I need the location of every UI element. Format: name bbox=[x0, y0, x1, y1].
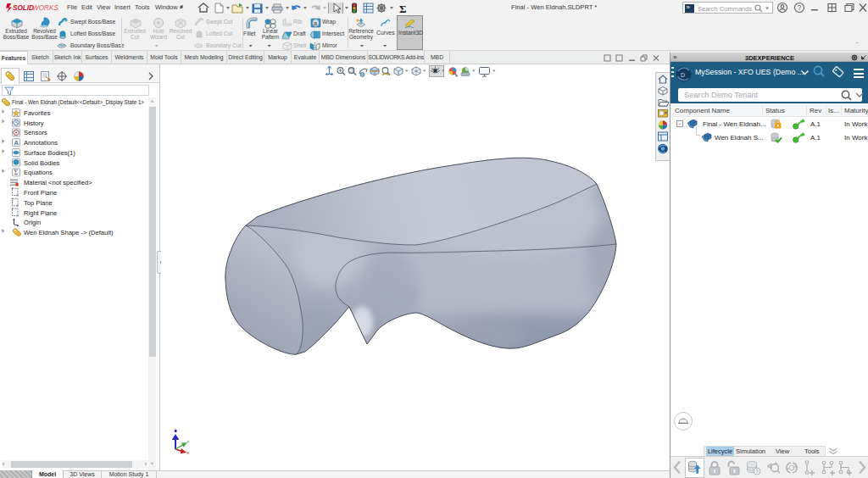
svg-text:D: D bbox=[681, 72, 685, 78]
